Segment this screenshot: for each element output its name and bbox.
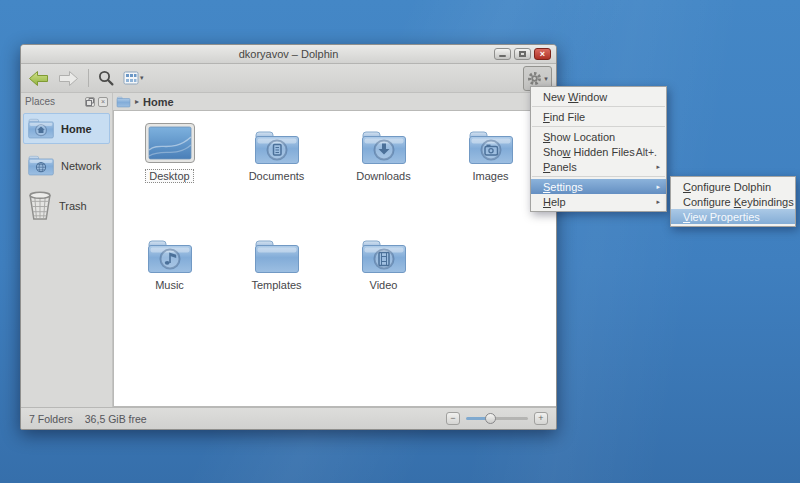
menu-item-label: Show Hidden Files bbox=[543, 146, 636, 158]
network-folder-icon bbox=[27, 154, 55, 177]
breadcrumb-arrow-icon: ▸ bbox=[135, 97, 139, 106]
menu-item-label: Panels bbox=[543, 161, 656, 173]
zoom-controls: − + bbox=[446, 412, 548, 425]
menu-item-configure-keybindings[interactable]: Configure Keybindings bbox=[671, 194, 795, 209]
places-title: Places bbox=[25, 96, 82, 107]
breadcrumb-home-icon[interactable] bbox=[116, 96, 131, 108]
folder-label: Video bbox=[366, 278, 402, 292]
toolbar: ▾ ▾ bbox=[21, 64, 556, 93]
submenu-arrow-icon: ▸ bbox=[656, 183, 660, 191]
status-folder-count: 7 Folders bbox=[29, 413, 73, 425]
titlebar[interactable]: dkoryavov – Dolphin × bbox=[21, 45, 556, 64]
sidebar-item-label: Home bbox=[61, 123, 92, 135]
home-folder-icon bbox=[27, 117, 55, 140]
sidebar-item-label: Trash bbox=[59, 200, 87, 212]
folder-item-templates[interactable]: Templates bbox=[223, 229, 330, 292]
folder-label: Templates bbox=[247, 278, 305, 292]
menu-separator bbox=[532, 106, 665, 107]
menu-item-label: Help bbox=[543, 196, 656, 208]
settings-submenu: Configure Dolphin Configure Keybindings … bbox=[670, 176, 796, 227]
close-button[interactable]: × bbox=[534, 48, 551, 60]
minimize-icon bbox=[499, 55, 506, 57]
maximize-icon bbox=[519, 51, 526, 57]
sidebar-item-network[interactable]: Network bbox=[23, 150, 110, 181]
breadcrumb-current[interactable]: Home bbox=[143, 96, 174, 108]
zoom-slider[interactable] bbox=[466, 412, 528, 425]
folder-view[interactable]: Desktop Documents bbox=[113, 110, 556, 407]
menu-item-configure-dolphin[interactable]: Configure Dolphin bbox=[671, 179, 795, 194]
submenu-arrow-icon: ▸ bbox=[656, 198, 660, 206]
menu-item-label: Configure Dolphin bbox=[683, 181, 789, 193]
status-free-space: 36,5 GiB free bbox=[85, 413, 147, 425]
forward-button[interactable] bbox=[58, 70, 79, 87]
view-mode-icon bbox=[123, 71, 139, 85]
window-controls: × bbox=[494, 48, 551, 60]
forward-arrow-icon bbox=[58, 70, 79, 87]
folder-label: Music bbox=[151, 278, 188, 292]
menu-item-settings[interactable]: Settings ▸ bbox=[531, 179, 666, 194]
folder-item-documents[interactable]: Documents bbox=[223, 120, 330, 183]
folder-item-downloads[interactable]: Downloads bbox=[330, 120, 437, 183]
places-header: Places × bbox=[21, 94, 112, 109]
video-folder-icon bbox=[360, 237, 408, 275]
float-panel-icon[interactable] bbox=[85, 97, 95, 107]
images-folder-icon bbox=[467, 128, 515, 166]
close-panel-icon[interactable]: × bbox=[98, 97, 108, 107]
folder-label: Desktop bbox=[145, 169, 193, 183]
search-icon bbox=[98, 70, 114, 86]
places-panel: Places × Home bbox=[21, 93, 113, 407]
chevron-down-icon: ▾ bbox=[544, 75, 548, 83]
menu-separator bbox=[532, 176, 665, 177]
search-button[interactable] bbox=[98, 70, 114, 86]
sidebar-item-home[interactable]: Home bbox=[23, 113, 110, 144]
menu-item-panels[interactable]: Panels ▸ bbox=[531, 159, 666, 174]
templates-folder-icon bbox=[253, 237, 301, 275]
zoom-in-button[interactable]: + bbox=[534, 412, 548, 425]
folder-item-desktop[interactable]: Desktop bbox=[116, 120, 223, 183]
music-folder-icon bbox=[146, 237, 194, 275]
menu-item-new-window[interactable]: New Window bbox=[531, 89, 666, 104]
menu-shortcut: Alt+. bbox=[636, 146, 657, 158]
menu-separator bbox=[532, 126, 665, 127]
maximize-button[interactable] bbox=[514, 48, 531, 60]
main-area: ▸ Home Desktop bbox=[113, 93, 556, 407]
folder-label: Downloads bbox=[352, 169, 414, 183]
submenu-arrow-icon: ▸ bbox=[656, 163, 660, 171]
window-content: Places × Home bbox=[21, 93, 556, 407]
sidebar-item-trash[interactable]: Trash bbox=[23, 187, 110, 225]
menu-item-find-file[interactable]: Find File bbox=[531, 109, 666, 124]
folder-label: Images bbox=[468, 169, 512, 183]
slider-handle[interactable] bbox=[485, 413, 496, 424]
menu-item-label: Show Location bbox=[543, 131, 660, 143]
menu-item-label: Configure Keybindings bbox=[683, 196, 794, 208]
menu-item-label: View Properties bbox=[683, 211, 789, 223]
folder-item-music[interactable]: Music bbox=[116, 229, 223, 292]
folder-label: Documents bbox=[245, 169, 309, 183]
menu-item-show-location[interactable]: Show Location bbox=[531, 129, 666, 144]
folder-item-images[interactable]: Images bbox=[437, 120, 544, 183]
folder-row: Desktop Documents bbox=[114, 120, 556, 183]
trash-icon bbox=[27, 191, 53, 221]
folder-row: Music Templates bbox=[114, 229, 556, 292]
dolphin-window: dkoryavov – Dolphin × ▾ bbox=[20, 44, 557, 430]
menu-item-label: Settings bbox=[543, 181, 656, 193]
breadcrumb: ▸ Home bbox=[113, 93, 556, 110]
minimize-button[interactable] bbox=[494, 48, 511, 60]
menu-item-help[interactable]: Help ▸ bbox=[531, 194, 666, 209]
back-button[interactable] bbox=[28, 70, 49, 87]
gear-icon bbox=[527, 71, 542, 86]
window-title: dkoryavov – Dolphin bbox=[239, 48, 339, 60]
menu-item-view-properties[interactable]: View Properties bbox=[671, 209, 795, 224]
folder-item-video[interactable]: Video bbox=[330, 229, 437, 292]
zoom-out-button[interactable]: − bbox=[446, 412, 460, 425]
view-mode-button[interactable]: ▾ bbox=[123, 71, 144, 85]
downloads-folder-icon bbox=[360, 128, 408, 166]
settings-menu: New Window Find File Show Location Show … bbox=[530, 86, 667, 212]
back-arrow-icon bbox=[28, 70, 49, 87]
desktop-icon bbox=[144, 122, 196, 166]
toolbar-separator bbox=[88, 69, 89, 87]
menu-item-show-hidden-files[interactable]: Show Hidden Files Alt+. bbox=[531, 144, 666, 159]
documents-folder-icon bbox=[253, 128, 301, 166]
statusbar: 7 Folders 36,5 GiB free − + bbox=[21, 407, 556, 429]
menu-item-label: Find File bbox=[543, 111, 660, 123]
